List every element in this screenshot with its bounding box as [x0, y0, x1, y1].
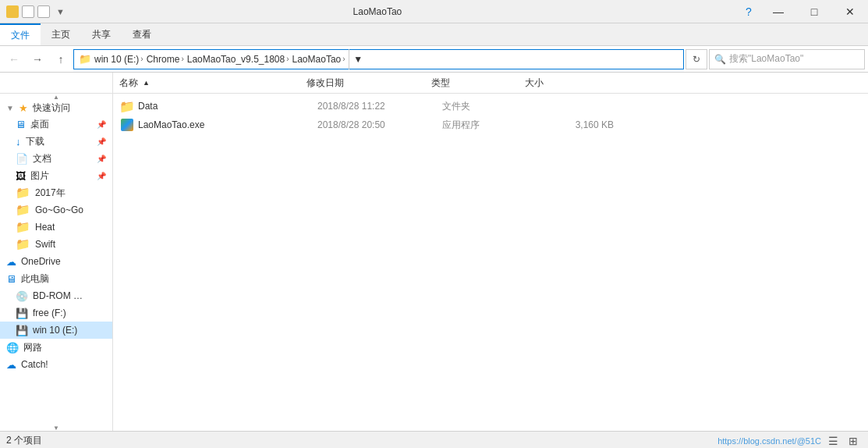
main-layout: ▲ ▼ ★ 快速访问 🖥 桌面 📌 ↓ 下载 📌 [0, 94, 868, 431]
download-icon: ↓ [16, 136, 21, 148]
address-dropdown[interactable]: ▼ [349, 49, 367, 69]
file-size-exe: 3,160 KB [536, 119, 614, 130]
column-headers: 名称 ▲ 修改日期 类型 大小 [0, 73, 868, 94]
pin-icon: 📌 [97, 120, 106, 129]
sidebar-scroll-up[interactable]: ▲ [0, 94, 112, 100]
file-type-exe: 应用程序 [442, 119, 536, 132]
sidebar-scroll-down[interactable]: ▼ [0, 425, 112, 431]
col-type[interactable]: 类型 [425, 76, 519, 90]
addr-segment-2[interactable]: Chrome › [147, 54, 184, 65]
pin-icon-4: 📌 [97, 172, 106, 180]
tab-file[interactable]: 文件 [0, 23, 41, 45]
cloud-icon: ☁ [6, 256, 16, 268]
status-bar: 2 个项目 https://blog.csdn.net/@51C ☰ ⊞ [0, 431, 868, 448]
tab-share[interactable]: 共享 [81, 23, 122, 45]
file-name-data: Data [138, 101, 317, 112]
file-row-exe[interactable]: LaoMaoTao.exe 2018/8/28 20:50 应用程序 3,160… [113, 116, 868, 134]
doc-icon: 📄 [16, 153, 28, 165]
status-bar-right: https://blog.csdn.net/@51C ☰ ⊞ [717, 432, 862, 449]
tab-home[interactable]: 主页 [41, 23, 81, 45]
title-icon-1 [6, 5, 19, 18]
file-name-exe: LaoMaoTao.exe [138, 119, 317, 130]
sidebar-item-free-drive[interactable]: 💾 free (F:) [0, 304, 112, 322]
catch-icon: ☁ [6, 359, 16, 371]
sidebar-item-network[interactable]: 🌐 网路 [0, 339, 112, 356]
file-row-data[interactable]: 📁 Data 2018/8/28 11:22 文件夹 [113, 97, 868, 116]
sidebar-scroll: ▼ ★ 快速访问 🖥 桌面 📌 ↓ 下载 📌 📄 文 [0, 100, 112, 425]
sidebar-item-swift[interactable]: 📁 Swift [0, 236, 112, 253]
sidebar-header-quick[interactable]: ▼ ★ 快速访问 [0, 100, 112, 116]
folder-icon-addr: 📁 [79, 53, 91, 65]
sidebar-item-win10-drive[interactable]: 💾 win 10 (E:) [0, 322, 112, 339]
address-bar[interactable]: 📁 win 10 (E:) › Chrome › LaoMaoTao_v9.5_… [73, 49, 684, 69]
col-size[interactable]: 大小 [519, 76, 597, 90]
sidebar-item-pics[interactable]: 🖼 图片 📌 [0, 167, 112, 184]
addr-segment-3[interactable]: LaoMaoTao_v9.5_1808 › [187, 54, 289, 65]
file-area[interactable]: 📁 Data 2018/8/28 11:22 文件夹 LaoMaoTao.exe… [113, 94, 868, 431]
window-title: LaoMaoTao [18, 6, 737, 17]
exe-icon [121, 119, 133, 131]
forward-button[interactable]: → [27, 48, 48, 70]
window-controls: — □ ✕ [760, 0, 868, 23]
maximize-button[interactable]: □ [796, 0, 832, 23]
up-button[interactable]: ↑ [50, 48, 72, 70]
title-bar: ▼ LaoMaoTao ? — □ ✕ [0, 0, 868, 23]
back-button[interactable]: ← [3, 48, 25, 70]
col-modified[interactable]: 修改日期 [300, 76, 425, 90]
network-icon: 🌐 [6, 342, 19, 354]
sidebar-item-desktop[interactable]: 🖥 桌面 📌 [0, 116, 112, 133]
sidebar-col-spacer [0, 73, 113, 93]
file-list: 📁 Data 2018/8/28 11:22 文件夹 LaoMaoTao.exe… [113, 94, 868, 137]
ribbon: 文件 主页 共享 查看 [0, 23, 868, 46]
sort-icon: ▲ [143, 79, 150, 87]
file-type-data: 文件夹 [442, 100, 536, 113]
ribbon-tabs: 文件 主页 共享 查看 [0, 23, 868, 45]
pin-icon-3: 📌 [97, 155, 106, 163]
search-placeholder: 搜索"LaoMaoTao" [729, 52, 803, 66]
file-columns: 名称 ▲ 修改日期 类型 大小 [113, 73, 868, 93]
addr-segment-1[interactable]: win 10 (E:) › [94, 54, 143, 65]
nav-bar: ← → ↑ 📁 win 10 (E:) › Chrome › LaoMaoTao… [0, 46, 868, 73]
minimize-button[interactable]: — [760, 0, 796, 23]
addr-segment-4[interactable]: LaoMaoTao › [292, 54, 345, 65]
file-date-exe: 2018/8/28 20:50 [317, 119, 442, 130]
sidebar-item-bdrom[interactable]: 💿 BD-ROM 驱动 [0, 287, 112, 304]
sidebar: ▲ ▼ ★ 快速访问 🖥 桌面 📌 ↓ 下载 📌 [0, 94, 113, 431]
sidebar-item-onedrive[interactable]: ☁ OneDrive [0, 253, 112, 270]
file-date-data: 2018/8/28 11:22 [317, 101, 442, 112]
search-icon: 🔍 [714, 54, 726, 65]
folder-icon-go: 📁 [16, 203, 30, 217]
sidebar-item-catch[interactable]: ☁ Catch! [0, 356, 112, 373]
sidebar-item-download[interactable]: ↓ 下载 📌 [0, 133, 112, 150]
file-icon-exe [119, 119, 135, 131]
folder-icon-2017: 📁 [16, 186, 30, 200]
search-bar[interactable]: 🔍 搜索"LaoMaoTao" [709, 49, 865, 69]
file-icon-data: 📁 [119, 100, 135, 112]
pin-icon-2: 📌 [97, 137, 106, 146]
desktop-icon: 🖥 [16, 119, 26, 130]
drive-icon-e: 💾 [16, 325, 28, 336]
item-count: 2 个项目 [6, 434, 42, 447]
view-details-btn[interactable]: ☰ [824, 432, 841, 449]
sidebar-item-computer[interactable]: 🖥 此电脑 [0, 270, 112, 287]
sidebar-item-heat[interactable]: 📁 Heat [0, 219, 112, 236]
computer-icon: 🖥 [6, 273, 16, 285]
folder-icon-heat: 📁 [16, 220, 30, 234]
sidebar-item-go[interactable]: 📁 Go~Go~Go [0, 201, 112, 219]
folder-icon-swift: 📁 [16, 237, 30, 251]
sidebar-item-2017[interactable]: 📁 2017年 [0, 184, 112, 201]
drive-icon-f: 💾 [16, 308, 28, 319]
col-name[interactable]: 名称 ▲ [113, 76, 300, 90]
sidebar-item-docs[interactable]: 📄 文档 📌 [0, 150, 112, 167]
help-button[interactable]: ? [737, 0, 760, 23]
refresh-button[interactable]: ↻ [686, 49, 707, 69]
star-icon: ★ [19, 102, 28, 114]
view-large-btn[interactable]: ⊞ [845, 432, 862, 449]
close-button[interactable]: ✕ [832, 0, 868, 23]
folder-icon-data: 📁 [119, 99, 135, 114]
pic-icon: 🖼 [16, 170, 26, 182]
watermark: https://blog.csdn.net/@51C [717, 436, 821, 446]
disc-icon: 💿 [16, 290, 28, 302]
tab-view[interactable]: 查看 [122, 23, 162, 45]
